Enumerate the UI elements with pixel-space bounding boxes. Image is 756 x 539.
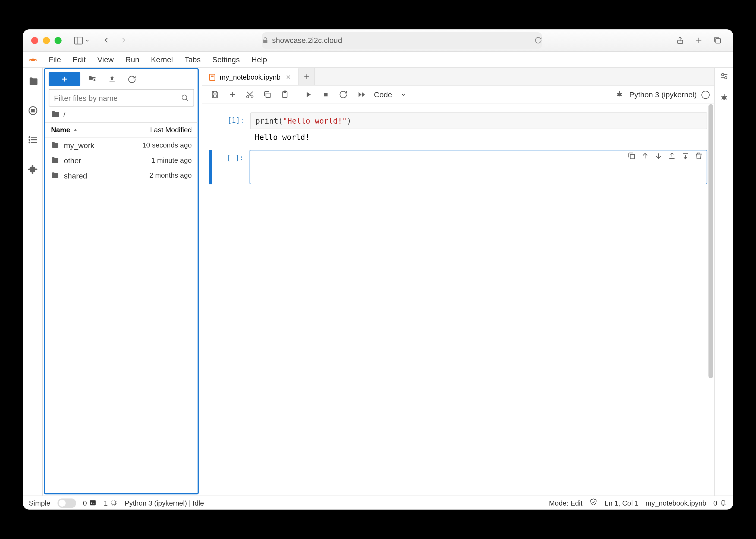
svg-rect-19 xyxy=(209,74,215,80)
kernel-icon xyxy=(110,499,117,507)
svg-rect-26 xyxy=(213,95,216,97)
kernel-status-text[interactable]: Python 3 (ipykernel) | Idle xyxy=(125,499,204,507)
cell-type-selector[interactable]: Code xyxy=(371,90,410,99)
new-launcher-button[interactable] xyxy=(49,72,80,86)
move-cell-up-button[interactable] xyxy=(641,152,650,162)
code-input[interactable] xyxy=(249,150,707,184)
kernel-status-icon xyxy=(701,91,710,99)
terminals-status[interactable]: 0 xyxy=(83,499,97,507)
sidebar-toggle-button[interactable] xyxy=(73,35,90,46)
menu-tabs[interactable]: Tabs xyxy=(179,52,206,67)
reload-icon[interactable] xyxy=(534,37,542,44)
right-rail xyxy=(714,68,733,496)
simple-mode-toggle[interactable] xyxy=(57,498,76,507)
svg-line-18 xyxy=(186,99,188,101)
menu-edit[interactable]: Edit xyxy=(67,52,92,67)
notifications-status[interactable]: 0 xyxy=(713,499,727,507)
delete-cell-button[interactable] xyxy=(694,152,703,162)
mode-status[interactable]: Mode: Edit xyxy=(549,499,583,507)
copy-button[interactable] xyxy=(260,88,275,102)
extensions-tab[interactable] xyxy=(23,159,42,179)
svg-rect-8 xyxy=(31,109,34,112)
code-cell-active[interactable]: [ ]: xyxy=(209,150,707,184)
add-tab-button[interactable] xyxy=(299,68,315,85)
menu-help[interactable]: Help xyxy=(245,52,273,67)
file-row[interactable]: shared 2 months ago xyxy=(45,168,197,183)
scrollbar[interactable] xyxy=(708,104,714,496)
interrupt-button[interactable] xyxy=(318,88,333,102)
menu-settings[interactable]: Settings xyxy=(206,52,245,67)
debugger-panel-button[interactable] xyxy=(719,93,728,104)
new-folder-button[interactable] xyxy=(84,72,100,86)
bell-icon xyxy=(720,499,727,507)
new-tab-button[interactable] xyxy=(691,33,706,47)
file-browser: / Name Last Modified my_work 10 seconds … xyxy=(44,68,199,495)
modified-column-header[interactable]: Last Modified xyxy=(129,126,198,134)
forward-button[interactable] xyxy=(116,33,131,47)
code-input[interactable]: print("Hello world!") xyxy=(250,113,707,129)
menu-view[interactable]: View xyxy=(92,52,119,67)
maximize-window-button[interactable] xyxy=(55,37,62,44)
browser-right-toolbar xyxy=(672,33,725,47)
paste-button[interactable] xyxy=(277,88,292,102)
svg-rect-36 xyxy=(324,93,327,96)
run-button[interactable] xyxy=(300,88,315,102)
move-cell-down-button[interactable] xyxy=(654,152,663,162)
refresh-button[interactable] xyxy=(123,72,140,86)
code-cell[interactable]: [1]: print("Hello world!") Hello world! xyxy=(209,113,707,145)
svg-rect-58 xyxy=(90,501,96,505)
kernels-status[interactable]: 1 xyxy=(104,499,117,507)
file-row[interactable]: other 1 minute ago xyxy=(45,153,197,168)
filter-input[interactable] xyxy=(54,94,181,102)
restart-run-all-button[interactable] xyxy=(353,88,368,102)
running-tab[interactable] xyxy=(23,101,42,120)
share-button[interactable] xyxy=(672,33,688,47)
toc-tab[interactable] xyxy=(23,130,42,150)
debugger-button[interactable] xyxy=(612,88,627,102)
cell-prompt: [ ]: xyxy=(212,150,249,184)
cut-button[interactable] xyxy=(242,88,257,102)
menu-kernel[interactable]: Kernel xyxy=(145,52,179,67)
insert-cell-button[interactable] xyxy=(225,88,240,102)
url-field[interactable]: showcase.2i2c.cloud xyxy=(261,32,542,48)
folder-icon xyxy=(51,141,62,149)
status-filename[interactable]: my_notebook.ipynb xyxy=(646,499,706,507)
terminal-icon xyxy=(89,499,97,507)
upload-button[interactable] xyxy=(103,72,120,86)
filter-field[interactable] xyxy=(49,89,194,107)
close-tab-button[interactable] xyxy=(284,73,292,81)
svg-line-54 xyxy=(721,96,722,97)
file-browser-tab[interactable] xyxy=(23,71,42,91)
duplicate-cell-button[interactable] xyxy=(627,152,636,162)
svg-line-42 xyxy=(621,95,622,96)
insert-cell-above-button[interactable] xyxy=(667,152,676,162)
file-row[interactable]: my_work 10 seconds ago xyxy=(45,137,197,153)
breadcrumb[interactable]: / xyxy=(45,107,197,122)
browser-title-bar: showcase.2i2c.cloud xyxy=(23,29,733,52)
menu-file[interactable]: File xyxy=(43,52,67,67)
jupyter-logo[interactable] xyxy=(23,52,43,67)
cell-actions xyxy=(627,152,703,162)
restart-button[interactable] xyxy=(335,88,351,102)
notebook-tab[interactable]: my_notebook.ipynb xyxy=(202,68,299,85)
kernel-indicator[interactable]: Python 3 (ipykernel) xyxy=(629,90,710,99)
property-inspector-button[interactable] xyxy=(719,71,728,83)
cell-output: Hello world! xyxy=(250,129,707,145)
tabs-overview-button[interactable] xyxy=(710,33,725,47)
menus: File Edit View Run Kernel Tabs Settings … xyxy=(43,52,273,67)
insert-cell-below-button[interactable] xyxy=(681,152,690,162)
back-button[interactable] xyxy=(98,33,113,47)
close-window-button[interactable] xyxy=(31,37,38,44)
trusted-icon[interactable] xyxy=(589,498,598,508)
menu-run[interactable]: Run xyxy=(119,52,145,67)
svg-rect-59 xyxy=(112,501,116,505)
svg-point-52 xyxy=(722,96,726,100)
minimize-window-button[interactable] xyxy=(43,37,50,44)
name-column-header[interactable]: Name xyxy=(45,126,128,134)
cursor-position[interactable]: Ln 1, Col 1 xyxy=(605,499,639,507)
status-bar: Simple 0 1 Python 3 (ipykernel) | Idle M… xyxy=(23,496,733,510)
safari-window: showcase.2i2c.cloud File Edit View Run K… xyxy=(23,29,733,509)
notebook-icon xyxy=(208,73,216,81)
save-button[interactable] xyxy=(207,88,222,102)
folder-icon xyxy=(51,156,62,164)
